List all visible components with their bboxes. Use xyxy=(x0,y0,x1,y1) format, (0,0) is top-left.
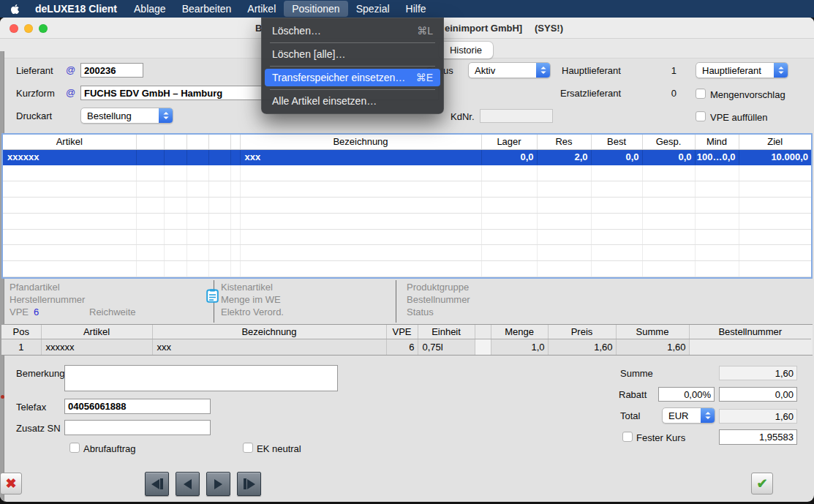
cell-artikel: xxxxxx xyxy=(41,339,152,355)
notes-icon[interactable] xyxy=(206,289,219,306)
arrow-right-icon xyxy=(214,479,222,489)
previous-record-button[interactable] xyxy=(176,472,200,496)
mengenvorschlag-checkbox[interactable] xyxy=(696,89,706,99)
menubar-item-positionen[interactable]: Positionen xyxy=(284,1,347,17)
fester-kurs-label: Fester Kurs xyxy=(636,432,685,443)
rabatt-percent-field[interactable]: 0,00% xyxy=(658,387,715,402)
last-record-button[interactable] xyxy=(237,472,261,496)
table-row-empty[interactable] xyxy=(3,229,811,245)
lieferant-field[interactable]: 200236 xyxy=(80,63,143,78)
table-row-empty[interactable] xyxy=(3,261,811,277)
ek-neutral-checkbox[interactable] xyxy=(243,443,253,453)
position-row[interactable]: 1 xxxxxx xxx 6 0,75l 1,0 1,60 1,60 xyxy=(1,339,811,355)
ersatzlieferant-count: 0 xyxy=(660,88,677,99)
cell-vpe: 6 xyxy=(386,339,418,355)
cancel-button[interactable]: ✖ xyxy=(0,473,22,494)
rabatt-field[interactable]: 0,00 xyxy=(719,387,797,402)
herstellernummer-label: Herstellernummer xyxy=(10,294,85,305)
ek-neutral-label: EK neutral xyxy=(257,443,301,454)
vpe-label: VPE xyxy=(10,306,29,317)
fester-kurs-field[interactable]: 1,95583 xyxy=(719,429,797,445)
cell-mind: 100…0,0 xyxy=(695,149,739,165)
zusatz-sn-field[interactable] xyxy=(64,420,211,435)
hauptlieferant-select-value: Hauptlieferant xyxy=(702,65,761,76)
cell-menge: 1,0 xyxy=(491,339,548,355)
menubar-item-artikel[interactable]: Artikel xyxy=(239,1,284,17)
produktgruppe-label: Produktgruppe xyxy=(407,282,469,293)
zoom-window-button[interactable] xyxy=(39,24,48,33)
cell-preis: 1,60 xyxy=(548,339,616,355)
record-marker-bottom xyxy=(1,395,4,399)
menubar-item-hilfe[interactable]: Hilfe xyxy=(398,1,434,17)
cell-artikel: xxxxxx xyxy=(3,149,136,165)
menu-item-label: Transferspeicher einsetzen… xyxy=(272,72,405,83)
bemerkung-field[interactable] xyxy=(64,365,338,391)
table-row-selected[interactable]: xxxxxx xxx 0,0 2,0 0,0 0,0 100…0,0 10.00… xyxy=(3,149,811,165)
col-gap xyxy=(475,325,491,339)
status-select-value: Aktiv xyxy=(475,65,495,76)
menu-item-shortcut: ⌘E xyxy=(416,72,433,83)
app-menu-title[interactable]: deLUXE18 Client xyxy=(26,3,126,15)
minimize-window-button[interactable] xyxy=(24,24,33,33)
col-gesp: Gesp. xyxy=(642,135,695,149)
menu-item-transferspeicher-einsetzen[interactable]: Transferspeicher einsetzen… ⌘E xyxy=(265,69,440,86)
arrow-right-icon xyxy=(247,479,255,489)
vpe-auffuellen-checkbox[interactable] xyxy=(696,111,706,121)
druckart-select[interactable]: Bestellung xyxy=(80,108,173,124)
positions-table: Pos Artikel Bezeichnung VPE Einheit Meng… xyxy=(1,324,813,356)
menu-item-alle-artikel-einsetzen[interactable]: Alle Artikel einsetzen… xyxy=(265,92,440,110)
col-flag1 xyxy=(136,135,164,149)
cell-bezeichnung: xxx xyxy=(240,149,481,165)
table-row-empty[interactable] xyxy=(3,165,811,181)
kistenartikel-label: Kistenartikel xyxy=(221,282,273,293)
lieferant-at-link[interactable]: @ xyxy=(66,64,75,75)
col-flag3 xyxy=(186,135,208,149)
article-overview-table: Artikel Bezeichnung Lager Res Best Gesp.… xyxy=(1,133,813,279)
first-record-button[interactable] xyxy=(145,472,169,496)
telefax-field[interactable]: 04056061888 xyxy=(64,399,211,414)
positionen-dropdown-menu: Löschen… ⌘L Löschen [alle]… Transferspei… xyxy=(261,18,444,114)
total-field: 1,60 xyxy=(719,409,797,424)
col-flag4 xyxy=(208,135,230,149)
menubar-item-bearbeiten[interactable]: Bearbeiten xyxy=(174,1,240,17)
next-record-button[interactable] xyxy=(206,472,230,496)
table-row-empty[interactable] xyxy=(3,245,811,261)
cell-best: 0,0 xyxy=(591,149,642,165)
arrow-left-icon xyxy=(151,479,159,489)
apple-menu[interactable] xyxy=(0,4,26,15)
abrufauftrag-checkbox[interactable] xyxy=(69,443,80,453)
close-window-button[interactable] xyxy=(10,24,18,33)
window-title-system-badge: (SYS!) xyxy=(535,23,563,34)
abrufauftrag-label: Abrufauftrag xyxy=(83,443,136,454)
info-panel-divider xyxy=(396,280,396,323)
menu-item-label: Löschen [alle]… xyxy=(272,48,345,60)
kurzform-at-link[interactable]: @ xyxy=(66,87,75,98)
col-pos: Pos xyxy=(1,325,41,339)
menu-item-loeschen[interactable]: Löschen… ⌘L xyxy=(265,22,440,40)
currency-select[interactable]: EUR xyxy=(662,407,715,424)
status-select[interactable]: Aktiv xyxy=(468,62,551,78)
kdnr-label: KdNr. xyxy=(451,111,475,122)
table-row-empty[interactable] xyxy=(3,181,811,198)
menu-item-label: Löschen… xyxy=(272,25,321,37)
kdnr-field[interactable] xyxy=(480,109,553,123)
menubar-item-spezial[interactable]: Spezial xyxy=(348,1,398,17)
tab-historie[interactable]: Historie xyxy=(439,42,493,59)
col-bezeichnung: Bezeichnung xyxy=(240,135,481,149)
menubar: deLUXE18 Client Ablage Bearbeiten Artike… xyxy=(0,0,814,18)
confirm-button[interactable]: ✔ xyxy=(751,473,773,494)
rabatt-label: Rabatt xyxy=(619,389,647,400)
kurzform-label: Kurzform xyxy=(16,88,55,99)
col-mind: Mind xyxy=(695,135,739,149)
col-res: Res xyxy=(537,135,591,149)
status-info-label: Status xyxy=(407,306,434,317)
table-row-empty[interactable] xyxy=(3,213,811,229)
fester-kurs-checkbox[interactable] xyxy=(622,432,633,442)
menubar-item-ablage[interactable]: Ablage xyxy=(126,1,174,17)
druckart-label: Druckart xyxy=(16,110,52,121)
menu-item-loeschen-alle[interactable]: Löschen [alle]… xyxy=(265,45,440,63)
table-row-empty[interactable] xyxy=(3,197,811,213)
popup-arrows-icon xyxy=(159,108,173,123)
hauptlieferant-select[interactable]: Hauptlieferant xyxy=(696,62,788,78)
telefax-label: Telefax xyxy=(16,402,46,413)
